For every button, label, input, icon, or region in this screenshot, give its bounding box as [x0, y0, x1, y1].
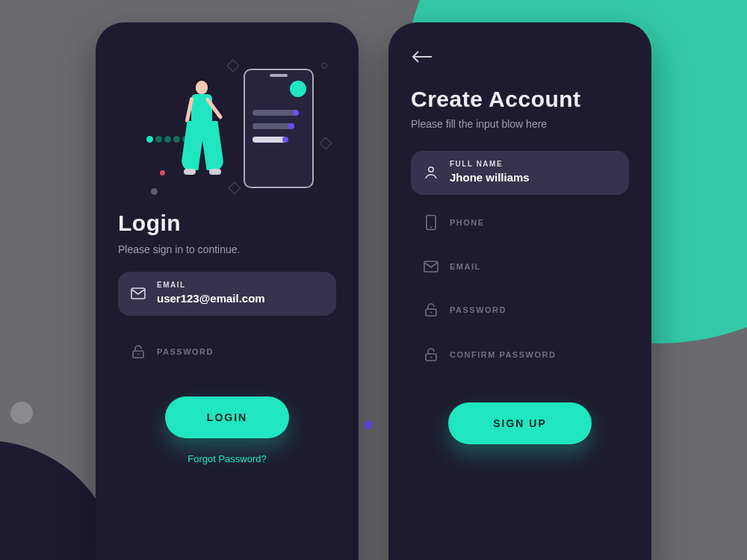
confirm-password-label: CONFIRM PASSWORD — [450, 350, 617, 359]
phone-icon — [423, 214, 439, 231]
login-illustration — [118, 49, 336, 206]
login-button[interactable]: LOGIN — [165, 396, 289, 438]
signup-email-field[interactable]: EMAIL — [411, 250, 629, 283]
signup-password-field[interactable]: PASSWORD — [411, 292, 629, 328]
login-screen: Login Please sign in to continue. EMAIL — [96, 22, 359, 560]
fullname-label: FULL NAME — [450, 160, 617, 168]
svg-point-10 — [430, 357, 432, 358]
lock-icon — [423, 302, 439, 317]
mail-icon — [130, 287, 146, 299]
svg-point-8 — [430, 312, 432, 314]
email-field[interactable]: EMAIL — [118, 272, 336, 316]
signup-password-label: PASSWORD — [450, 305, 617, 314]
fullname-field[interactable]: FULL NAME — [411, 151, 629, 195]
password-field[interactable]: PASSWORD — [118, 332, 336, 371]
illustration-person-icon — [178, 81, 224, 193]
illustration-phone-icon — [244, 69, 314, 188]
svg-point-2 — [137, 354, 139, 355]
signup-subtitle: Please fill the input blow here — [411, 118, 629, 130]
email-label: EMAIL — [157, 281, 324, 289]
signup-button[interactable]: SIGN UP — [448, 402, 592, 444]
back-button[interactable] — [411, 49, 433, 64]
signup-email-label: EMAIL — [450, 262, 617, 271]
svg-point-3 — [429, 167, 433, 171]
phone-label: PHONE — [450, 218, 617, 227]
deco-square-icon — [320, 137, 332, 150]
lock-icon — [423, 347, 439, 362]
svg-point-5 — [430, 227, 432, 228]
signup-screen: Create Account Please fill the input blo… — [388, 22, 651, 560]
login-subtitle: Please sign in to continue. — [118, 243, 336, 255]
stage: Login Please sign in to continue. EMAIL — [0, 0, 747, 560]
deco-square-icon — [229, 182, 241, 195]
email-input[interactable] — [157, 292, 324, 305]
login-title: Login — [118, 211, 336, 236]
deco-square-icon — [227, 60, 240, 72]
fullname-input[interactable] — [450, 171, 617, 184]
signup-title: Create Account — [411, 87, 629, 112]
lock-icon — [130, 344, 146, 359]
deco-grey-dot-icon — [151, 188, 158, 195]
arrow-left-icon — [411, 49, 433, 64]
deco-circle-icon — [321, 63, 327, 69]
mail-icon — [423, 261, 439, 273]
phone-field[interactable]: PHONE — [411, 204, 629, 241]
forgot-password-link[interactable]: Forgot Password? — [118, 453, 336, 464]
password-label: PASSWORD — [157, 347, 324, 356]
deco-red-dot-icon — [160, 170, 165, 175]
user-icon — [423, 165, 439, 180]
confirm-password-field[interactable]: CONFIRM PASSWORD — [411, 337, 629, 373]
